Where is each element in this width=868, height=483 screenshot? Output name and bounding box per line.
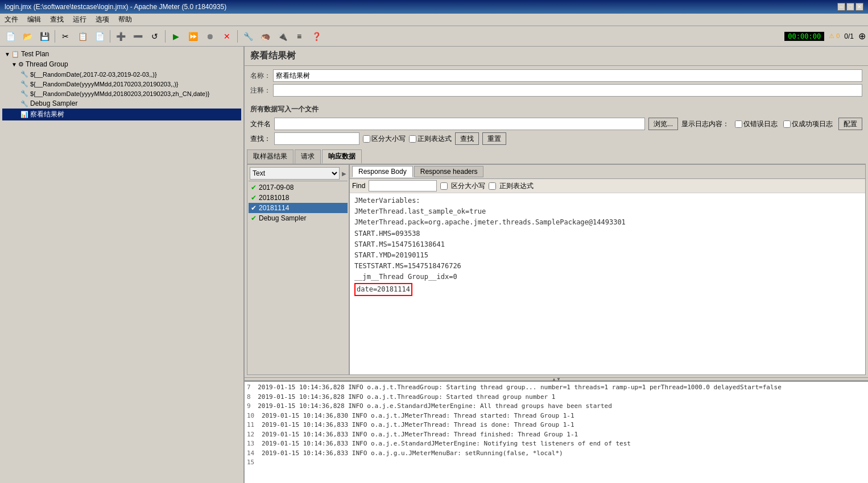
start-no-pause-button[interactable]: ⏩	[185, 29, 201, 44]
tool1-button[interactable]: 🔧	[240, 29, 256, 44]
tree-item-test-plan[interactable]: ▼ 📋 Test Plan	[2, 49, 241, 59]
title-bar: login.jmx (E:\software\testcase\login.jm…	[0, 0, 868, 14]
warning-badge: ⚠ 0	[829, 32, 840, 40]
tree-label-test-plan: Test Plan	[21, 50, 49, 58]
new-button[interactable]: 📄	[2, 29, 18, 44]
content-panel: Response Body Response headers Find 区分大小…	[350, 165, 865, 374]
shutdown-button[interactable]: ✕	[219, 29, 235, 44]
reset-search-button[interactable]: 重置	[482, 132, 506, 145]
name-label: 名称：	[250, 71, 273, 81]
log-num-9: 9	[247, 402, 251, 410]
tool3-button[interactable]: 🔌	[274, 29, 290, 44]
list-arrow-right: ▶	[342, 170, 346, 177]
sub-tab-response-body[interactable]: Response Body	[352, 166, 413, 177]
log-line-15: 15	[247, 458, 866, 468]
menu-edit[interactable]: 编辑	[25, 14, 43, 25]
menu-file[interactable]: 文件	[2, 14, 20, 25]
log-area: 7 2019-01-15 10:14:36,828 INFO o.a.j.t.T…	[245, 381, 868, 483]
results-area: 取样器结果 请求 响应数据 Text ▶ ✔	[247, 148, 866, 375]
help-icon-button[interactable]: ❓	[308, 29, 324, 44]
tree-area: ▼ 📋 Test Plan ▼ ⚙ Thread Group 🔧 ${__Ran…	[0, 47, 243, 483]
tool4-button[interactable]: ≡	[291, 29, 307, 44]
format-dropdown[interactable]: Text	[250, 167, 340, 180]
case-sensitive-item: 区分大小写	[363, 134, 406, 144]
search-input[interactable]	[274, 132, 359, 145]
close-button[interactable]: ✕	[855, 3, 863, 11]
name-input[interactable]	[273, 69, 862, 82]
log-num-10: 10	[247, 412, 254, 419]
success-log-checkbox[interactable]	[783, 120, 791, 128]
list-entry-2[interactable]: ✔ 20181018	[249, 193, 348, 203]
separator-3	[165, 30, 166, 43]
highlighted-line: date=20181114	[354, 283, 412, 296]
find-regex-checkbox[interactable]	[489, 182, 496, 190]
tab-response-data[interactable]: 响应数据	[322, 149, 362, 164]
response-line-8: date=20181114	[354, 283, 861, 296]
response-line-2: JMeterThread.pack=org.apache.jmeter.thre…	[354, 217, 861, 228]
toggle-test-plan[interactable]: ▼	[5, 51, 10, 57]
find-button[interactable]: 查找	[455, 132, 479, 145]
start-button[interactable]: ▶	[168, 29, 184, 44]
file-input[interactable]	[274, 118, 645, 130]
find-regex-label: 正则表达式	[499, 181, 534, 191]
search-row: 查找： 区分大小写 正则表达式 查找 重置	[245, 131, 868, 146]
minimize-button[interactable]: ─	[837, 3, 845, 11]
log-num-15: 15	[247, 459, 254, 466]
paste-button[interactable]: 📄	[92, 29, 108, 44]
list-entry-3[interactable]: ✔ 20181114	[249, 203, 348, 213]
tree-item-random1[interactable]: 🔧 ${__RandomDate(,2017-02-03,2019-02-03,…	[2, 69, 241, 79]
tab-request[interactable]: 请求	[295, 149, 321, 164]
case-sensitive-checkbox[interactable]	[363, 135, 370, 143]
separator-2	[110, 30, 110, 43]
tree-item-thread-group[interactable]: ▼ ⚙ Thread Group	[2, 59, 241, 69]
menu-help[interactable]: 帮助	[116, 14, 134, 25]
config-button[interactable]: 配置	[838, 118, 862, 130]
toggle-thread-group[interactable]: ▼	[11, 61, 17, 68]
stop-button[interactable]: ⏺	[202, 29, 218, 44]
panel-title: 察看结果树	[250, 51, 296, 60]
log-label-area: 显示日志内容： 仅错误日志 仅成功项日志 配置	[681, 118, 862, 130]
sub-tab-response-headers[interactable]: Response headers	[414, 166, 484, 177]
response-line-3: START.HMS=093538	[354, 228, 861, 239]
log-num-8: 8	[247, 393, 251, 401]
response-content: JMeterVariables: JMeterThread.last_sampl…	[350, 193, 865, 374]
add-button[interactable]: ➕	[113, 29, 129, 44]
menu-find[interactable]: 查找	[48, 14, 66, 25]
ratio-display: 0/1	[844, 32, 854, 40]
menu-options[interactable]: 选项	[93, 14, 111, 25]
panel-header: 察看结果树	[245, 47, 868, 66]
left-panel: ▼ 📋 Test Plan ▼ ⚙ Thread Group 🔧 ${__Ran…	[0, 47, 245, 483]
copy-button[interactable]: 📋	[75, 29, 90, 44]
format-row: Text ▶	[249, 166, 348, 181]
check-icon-4: ✔	[251, 214, 257, 222]
case-sensitive-label: 区分大小写	[371, 134, 406, 144]
find-input[interactable]	[369, 180, 437, 191]
list-label-2: 20181018	[259, 194, 289, 202]
remove-button[interactable]: ➖	[130, 29, 146, 44]
cut-button[interactable]: ✂	[57, 29, 73, 44]
regex-checkbox[interactable]	[409, 135, 416, 143]
tool2-button[interactable]: 🦔	[257, 29, 273, 44]
menu-run[interactable]: 运行	[71, 14, 89, 25]
maximize-button[interactable]: □	[846, 3, 854, 11]
tab-sampler-result[interactable]: 取样器结果	[247, 149, 294, 164]
open-button[interactable]: 📂	[19, 29, 35, 44]
reset-button[interactable]: ↺	[147, 29, 163, 44]
comment-row: 注释：	[250, 84, 862, 97]
error-log-checkbox[interactable]	[735, 120, 742, 128]
tree-item-debug-sampler[interactable]: 🔧 Debug Sampler	[2, 98, 241, 109]
log-text-7: 2019-01-15 10:14:36,828 INFO o.a.j.t.Thr…	[258, 384, 782, 391]
save-button[interactable]: 💾	[36, 29, 52, 44]
comment-input[interactable]	[273, 84, 862, 97]
list-entry-1[interactable]: ✔ 2017-09-08	[249, 182, 348, 193]
tree-item-random2[interactable]: 🔧 ${__RandomDate(yyyyMMdd,20170203,20190…	[2, 79, 241, 89]
error-log-label: 仅错误日志	[743, 119, 778, 129]
name-row: 名称：	[250, 69, 862, 82]
success-log-checkbox-item: 仅成功项日志	[783, 119, 833, 129]
list-entry-4[interactable]: ✔ Debug Sampler	[249, 213, 348, 223]
browse-button[interactable]: 浏览...	[648, 118, 678, 130]
find-case-checkbox[interactable]	[440, 182, 448, 190]
tree-item-view-results[interactable]: 📊 察看结果树	[2, 109, 241, 120]
expand-button[interactable]: ⊕	[858, 31, 866, 41]
tree-item-random3[interactable]: 🔧 ${__RandomDate(yyyyMMdd,20180203,20190…	[2, 89, 241, 98]
